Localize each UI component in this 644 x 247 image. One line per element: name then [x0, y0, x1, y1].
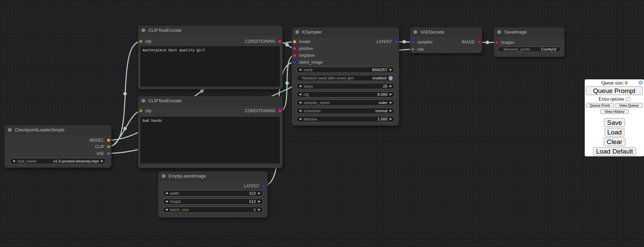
link-midpoint-dot[interactable] — [123, 127, 127, 130]
save-button[interactable]: Save — [604, 118, 625, 127]
node-checkpoint-loader[interactable]: CheckpointLoaderSimple MODEL CLIP VAE ◀ … — [4, 125, 111, 168]
increment-arrow-icon[interactable]: ▶ — [99, 158, 106, 164]
toggle-knob-icon[interactable] — [388, 76, 393, 80]
increment-arrow-icon[interactable]: ▶ — [256, 198, 263, 205]
model-port-icon[interactable] — [107, 139, 110, 142]
latent-port-icon[interactable] — [411, 40, 414, 44]
image-port-icon[interactable] — [495, 41, 498, 44]
settings-gear-icon[interactable]: ⚙ — [638, 79, 643, 86]
link-midpoint-dot[interactable] — [285, 81, 289, 85]
model-port-icon[interactable] — [293, 40, 296, 43]
decrement-arrow-icon[interactable]: ◀ — [297, 116, 304, 122]
node-clip-text-encode-positive[interactable]: CLIPTextEncode clip CONDITIONING masterp… — [138, 26, 283, 89]
increment-arrow-icon[interactable]: ▶ — [387, 108, 394, 114]
ckpt-name-widget[interactable]: ◀ ckpt_name v1-5-pruned-emaonly.ckpt ▶ — [10, 158, 106, 164]
node-ksampler[interactable]: KSampler model positive negative latent_… — [292, 27, 399, 126]
collapse-dot-icon[interactable] — [497, 30, 501, 34]
increment-arrow-icon[interactable]: ▶ — [387, 91, 394, 98]
latent-port-icon[interactable] — [262, 184, 265, 188]
port-label: clip — [145, 108, 151, 113]
node-titlebar[interactable]: SaveImage — [494, 27, 565, 37]
node-graph-canvas[interactable]: CheckpointLoaderSimple MODEL CLIP VAE ◀ … — [0, 0, 644, 247]
conditioning-port-icon[interactable] — [278, 109, 282, 113]
port-label: CLIP — [95, 144, 104, 149]
port-label: model — [299, 39, 310, 44]
decrement-arrow-icon[interactable]: ◀ — [163, 207, 170, 213]
link-midpoint-dot[interactable] — [285, 43, 289, 47]
load-button[interactable]: Load — [605, 128, 624, 136]
clip-port-icon[interactable] — [139, 109, 143, 113]
collapse-dot-icon[interactable] — [162, 174, 165, 178]
port-label: vae — [417, 47, 424, 52]
node-titlebar[interactable]: CLIPTextEncode — [138, 96, 283, 106]
vae-port-icon[interactable] — [411, 48, 414, 51]
view-history-button[interactable]: View History — [600, 109, 629, 114]
decrement-arrow-icon[interactable]: ◀ — [297, 108, 304, 114]
output-conditioning: CONDITIONING — [245, 108, 282, 114]
decrement-arrow-icon[interactable]: ◀ — [163, 198, 170, 205]
clip-port-icon[interactable] — [139, 40, 143, 43]
load-default-button[interactable]: Load Default — [593, 147, 636, 156]
increment-arrow-icon[interactable]: ▶ — [387, 100, 394, 106]
node-save-image[interactable]: SaveImage images filename_prefix ComfyUI — [494, 27, 565, 57]
decrement-arrow-icon[interactable]: ◀ — [10, 158, 17, 164]
collapse-dot-icon[interactable] — [295, 30, 299, 34]
image-port-icon[interactable] — [478, 40, 481, 44]
increment-arrow-icon[interactable]: ▶ — [256, 190, 263, 196]
node-clip-text-encode-negative[interactable]: CLIPTextEncode clip CONDITIONING bad han… — [138, 96, 283, 168]
filename-prefix-widget[interactable]: filename_prefix ComfyUI — [498, 47, 561, 52]
node-empty-latent-image[interactable]: EmptyLatentImage LATENT ◀ width 512 ▶ ◀ … — [158, 171, 268, 218]
sampler-name-widget[interactable]: ◀ sampler_name euler ▶ — [296, 100, 395, 106]
node-titlebar[interactable]: CLIPTextEncode — [138, 26, 283, 35]
node-titlebar[interactable]: CheckpointLoaderSimple — [4, 125, 111, 135]
decrement-arrow-icon[interactable]: ◀ — [163, 190, 170, 196]
latent-port-icon[interactable] — [395, 40, 398, 43]
collapse-dot-icon[interactable] — [141, 28, 145, 32]
steps-widget[interactable]: ◀ steps 20 ▶ — [296, 83, 395, 89]
increment-arrow-icon[interactable]: ▶ — [387, 67, 394, 73]
cfg-widget[interactable]: ◀ cfg 8.000 ▶ — [296, 91, 395, 98]
widget-value: enabled — [372, 76, 386, 80]
latent-port-icon[interactable] — [293, 61, 296, 64]
node-titlebar[interactable]: VAEDecode — [410, 27, 482, 37]
node-title-text: CLIPTextEncode — [148, 98, 182, 103]
decrement-arrow-icon[interactable]: ◀ — [297, 67, 304, 73]
collapse-dot-icon[interactable] — [413, 30, 417, 34]
collapse-dot-icon[interactable] — [8, 128, 12, 132]
decrement-arrow-icon[interactable]: ◀ — [297, 100, 304, 106]
decrement-arrow-icon[interactable]: ◀ — [297, 83, 304, 89]
node-titlebar[interactable]: EmptyLatentImage — [158, 171, 268, 181]
random-seed-toggle-widget[interactable]: Random seed after every gen enabled — [296, 75, 395, 81]
increment-arrow-icon[interactable]: ▶ — [387, 83, 394, 89]
decrement-arrow-icon[interactable]: ◀ — [297, 91, 304, 98]
clear-button[interactable]: Clear — [604, 138, 626, 146]
link-midpoint-dot[interactable] — [486, 41, 489, 44]
node-titlebar[interactable]: KSampler — [292, 27, 399, 37]
batch-size-widget[interactable]: ◀ batch_size 1 ▶ — [163, 207, 263, 213]
width-widget[interactable]: ◀ width 512 ▶ — [163, 190, 263, 196]
clip-port-icon[interactable] — [107, 145, 110, 148]
increment-arrow-icon[interactable]: ▶ — [387, 116, 394, 122]
queue-prompt-button[interactable]: Queue Prompt — [586, 86, 643, 95]
increment-arrow-icon[interactable]: ▶ — [256, 207, 263, 213]
prompt-textarea[interactable]: bad hands — [140, 117, 280, 164]
conditioning-port-icon[interactable] — [278, 40, 282, 43]
prompt-textarea[interactable]: masterpiece best quality girl — [140, 46, 280, 87]
denoise-widget[interactable]: ◀ denoise 1.000 ▶ — [296, 116, 395, 122]
link-midpoint-dot[interactable] — [123, 92, 127, 95]
scheduler-widget[interactable]: ◀ scheduler normal ▶ — [296, 108, 395, 114]
queue-front-button[interactable]: Queue Front — [586, 103, 614, 108]
conditioning-port-icon[interactable] — [293, 47, 296, 50]
view-queue-button[interactable]: View Queue — [615, 103, 643, 108]
widget-value: 512 — [249, 191, 256, 195]
port-label: VAE — [96, 151, 104, 156]
extra-options-checkbox[interactable] — [626, 97, 630, 101]
conditioning-port-icon[interactable] — [293, 54, 296, 57]
seed-widget[interactable]: ◀ seed 8566257 ▶ — [296, 67, 395, 73]
height-widget[interactable]: ◀ height 512 ▶ — [163, 198, 263, 205]
collapse-dot-icon[interactable] — [141, 99, 145, 103]
link-midpoint-dot[interactable] — [200, 89, 203, 93]
vae-port-icon[interactable] — [107, 152, 110, 155]
node-vae-decode[interactable]: VAEDecode samples vae IMAGE — [410, 27, 482, 53]
link-midpoint-dot[interactable] — [402, 40, 406, 43]
